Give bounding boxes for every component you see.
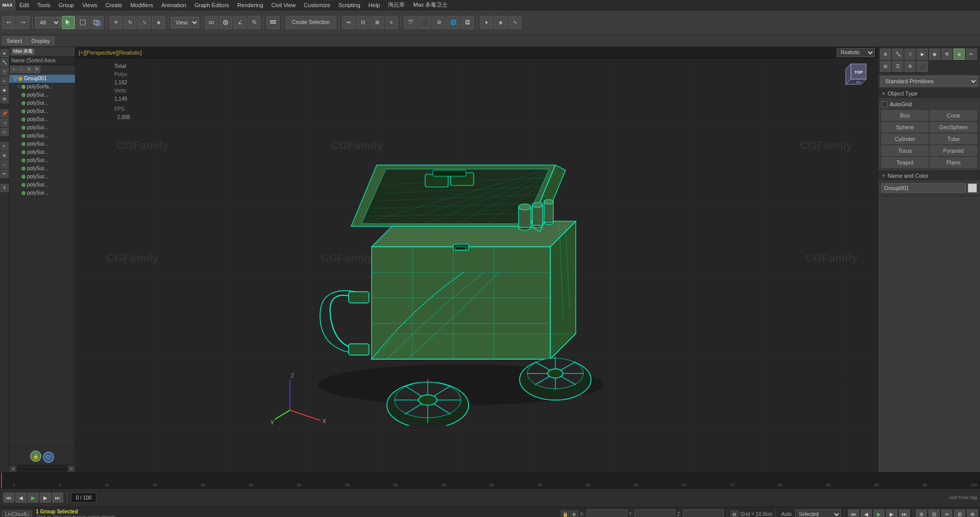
menu-help[interactable]: Help [364, 0, 384, 10]
curve-editor-button[interactable]: ∿ [508, 16, 522, 29]
named-select-button[interactable] [266, 16, 280, 29]
render-scene-button[interactable]: 🎬 [404, 16, 417, 29]
menu-max-antivirus[interactable]: Max 杀毒卫士 [409, 0, 452, 10]
rpanel-tab-active[interactable]: ◈ [953, 49, 965, 60]
name-input-field[interactable] [881, 183, 966, 193]
align-view-button[interactable]: ⊠ [371, 16, 384, 29]
plane-button[interactable]: Plane [930, 157, 977, 168]
menu-views[interactable]: Views [78, 0, 101, 10]
geosphere-button[interactable]: GeoSphere [930, 122, 977, 132]
z-coord-field[interactable] [683, 509, 724, 518]
status-play-button[interactable]: ▶ [873, 509, 885, 518]
redo-button[interactable]: ↪ [16, 16, 30, 29]
lasso-icon[interactable]: ⌂ [1, 160, 9, 169]
selected-dropdown[interactable]: Selected All None [795, 509, 841, 518]
menu-create[interactable]: Create [101, 0, 126, 10]
tree-item-polysur-12[interactable]: polySur... [9, 181, 75, 189]
tube-button[interactable]: Tube [930, 134, 977, 144]
crosshair-icon[interactable]: ⊕ [1, 151, 9, 159]
modify-icon[interactable]: 🔧 [1, 58, 9, 66]
sphere-button[interactable]: Sphere [881, 122, 928, 132]
menu-scripting[interactable]: Scripting [334, 0, 364, 10]
pin-icon[interactable]: 📌 [1, 109, 9, 118]
menu-civil-view[interactable]: Civil View [267, 0, 300, 10]
name-color-header[interactable]: ▼ Name and Color [878, 171, 980, 180]
status-extra-5[interactable]: ⊕ [967, 509, 978, 518]
menu-edit[interactable]: Edit [15, 0, 33, 10]
status-prev-button[interactable]: ◀ [861, 509, 872, 518]
rpanel-tab-display[interactable]: ◉ [929, 49, 940, 60]
select-button[interactable] [62, 16, 75, 29]
menu-graph-editors[interactable]: Graph Editors [190, 0, 233, 10]
motion-icon[interactable]: ▷ [1, 77, 9, 85]
prev-frame-button[interactable]: ◀ [15, 492, 27, 503]
primitives-dropdown[interactable]: Standard Primitives Extended Primitives … [880, 76, 978, 86]
shield-icon[interactable]: 🛡 [43, 452, 54, 463]
create-selection-button[interactable]: Create Selection [285, 16, 336, 29]
tree-scrollbar[interactable]: ◁ ▷ [9, 465, 75, 472]
tree-scroll-left[interactable]: ◁ [9, 465, 16, 473]
rpanel-tab-modify[interactable]: 🔧 [892, 49, 903, 60]
menu-tools[interactable]: Tools [33, 0, 55, 10]
go-to-start-button[interactable]: ⏮ [3, 492, 14, 503]
select-nav-button[interactable]: Select [2, 36, 27, 45]
coord-icon[interactable]: ⊕ [570, 510, 578, 518]
percent-snap-button[interactable]: % [248, 16, 261, 29]
menu-taoyunku[interactable]: 淘云库 [384, 0, 409, 10]
box-button[interactable]: Box [881, 110, 928, 121]
tree-collapse-button[interactable]: − [18, 66, 25, 73]
tree-scroll-track[interactable] [16, 467, 68, 471]
status-extra-3[interactable]: ⇔ [941, 509, 952, 518]
tree-item-polysurface[interactable]: ▽ polySurfa... [9, 83, 75, 91]
cone-button[interactable]: Cone [930, 110, 977, 121]
status-go-start-button[interactable]: ⏮ [848, 509, 859, 518]
lock-status-icon[interactable]: 🔒 [561, 510, 569, 518]
tree-item-polysur-11[interactable]: polySur... [9, 173, 75, 181]
reference-coord-button[interactable]: ◈ [152, 16, 165, 29]
menu-customize[interactable]: Customize [300, 0, 334, 10]
autogrid-checkbox[interactable] [881, 101, 888, 107]
tree-filter-button[interactable]: ⧖ [26, 66, 33, 73]
viewport[interactable]: [+][Perspective][Realistic] Realistic Wi… [76, 47, 878, 472]
cursor-icon[interactable]: ↖ [1, 142, 9, 150]
material-editor-button[interactable]: ♦ [480, 16, 493, 29]
mirror-button[interactable]: ⇔ [342, 16, 355, 29]
select-move-button[interactable]: ✛ [109, 16, 122, 29]
utilities-icon[interactable]: ⚒ [1, 95, 9, 103]
tree-expand-button[interactable]: + [10, 66, 17, 73]
color-swatch[interactable] [968, 183, 977, 193]
go-to-end-button[interactable]: ⏭ [52, 492, 63, 503]
tree-item-group001[interactable]: ▽ Group001 [9, 75, 75, 83]
teapot-button[interactable]: Teapot [881, 157, 928, 168]
environment-button[interactable]: 🌐 [447, 16, 460, 29]
status-next-button[interactable]: ▶ [886, 509, 897, 518]
snap-toggle-button[interactable] [219, 16, 232, 29]
tree-item-polysur-13[interactable]: polySur... [9, 189, 75, 197]
quick-render-button[interactable]: ⬛ [418, 16, 431, 29]
menu-group[interactable]: Group [55, 0, 79, 10]
paint-icon[interactable]: ✏ [1, 170, 9, 178]
arrow-right-icon-2[interactable]: ▷ [1, 128, 9, 136]
timeline-track[interactable]: 0 5 10 15 20 25 30 35 40 45 50 55 60 65 … [0, 473, 980, 489]
tree-item-polysur-5[interactable]: polySur... [9, 124, 75, 132]
material-map-button[interactable]: ◈ [494, 16, 507, 29]
rpanel-tab-extra1[interactable]: ⊞ [880, 61, 891, 72]
view-mode-dropdown[interactable]: View [171, 17, 199, 28]
rpanel-tab-paint[interactable]: ✏ [966, 49, 977, 60]
arrow-left-icon[interactable]: ◁ [1, 119, 9, 127]
next-frame-button[interactable]: ▶ [40, 492, 51, 503]
window-crossing-button[interactable] [90, 16, 104, 29]
angle-snap-button[interactable]: ∠ [233, 16, 247, 29]
tree-scroll-right[interactable]: ▷ [68, 465, 75, 473]
rpanel-tab-extra3[interactable]: ⚙ [904, 61, 916, 72]
status-extra-2[interactable]: ⊟ [928, 509, 940, 518]
render-frame-button[interactable]: 🖼 [461, 16, 474, 29]
menu-animation[interactable]: Animation [157, 0, 190, 10]
render-setup-button[interactable]: ⚙ [432, 16, 446, 29]
tree-item-polysur-6[interactable]: polySur... [9, 132, 75, 140]
tree-item-polysur-4[interactable]: polySur... [9, 115, 75, 124]
pyramid-button[interactable]: Pyramid [930, 146, 977, 156]
status-extra-1[interactable]: ⊕ [916, 509, 927, 518]
current-frame-display[interactable]: 0 / 100 [71, 492, 96, 503]
select-rotate-button[interactable]: ↻ [124, 16, 137, 29]
